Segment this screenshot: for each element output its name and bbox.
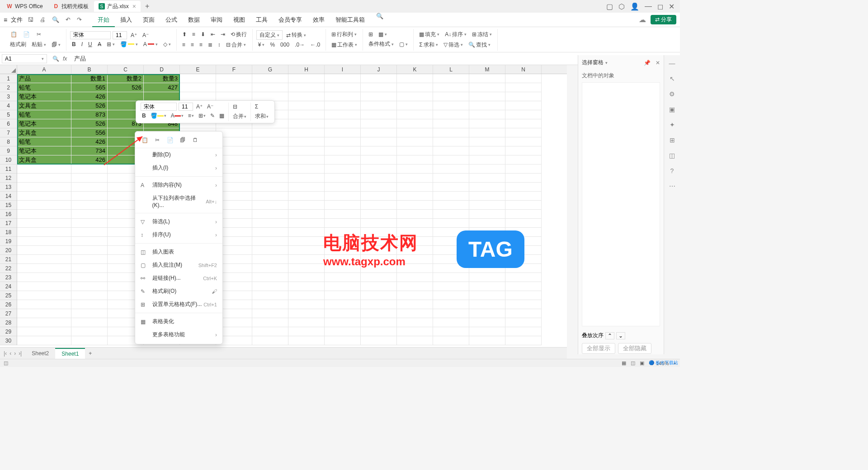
ctx-paste-special-icon[interactable]: 🗐 bbox=[179, 136, 187, 144]
cell[interactable] bbox=[71, 336, 108, 345]
cell[interactable] bbox=[469, 246, 505, 255]
cell[interactable] bbox=[288, 119, 325, 128]
col-header[interactable]: N bbox=[505, 65, 542, 74]
cell[interactable] bbox=[433, 137, 469, 146]
sheet-last-icon[interactable]: ›| bbox=[19, 350, 22, 357]
cell[interactable] bbox=[288, 101, 325, 110]
mini-font-select[interactable] bbox=[141, 103, 177, 111]
styles-button[interactable]: ▢▾ bbox=[397, 40, 410, 48]
mini-bold-button[interactable]: B bbox=[141, 112, 147, 120]
cell[interactable] bbox=[325, 164, 361, 174]
tab-smart[interactable]: 智能工具箱 bbox=[330, 13, 370, 27]
cell[interactable] bbox=[288, 92, 325, 101]
mini-size-select[interactable] bbox=[179, 103, 193, 111]
cell[interactable] bbox=[288, 291, 325, 300]
row-header[interactable]: 10 bbox=[0, 155, 17, 164]
row-header[interactable]: 6 bbox=[0, 119, 17, 128]
name-box[interactable]: A1 ▾ bbox=[2, 54, 47, 63]
cell[interactable] bbox=[433, 264, 469, 273]
mini-sum-label[interactable]: 求和▾ bbox=[254, 112, 270, 121]
effects-icon[interactable]: ✦ bbox=[670, 121, 675, 128]
cell[interactable] bbox=[469, 201, 505, 210]
cell[interactable] bbox=[144, 92, 180, 101]
cell[interactable]: 565 bbox=[71, 83, 108, 92]
cell[interactable] bbox=[252, 237, 288, 246]
ctx-menu-item[interactable]: ◫插入图表 bbox=[135, 245, 222, 258]
cell[interactable] bbox=[361, 146, 397, 155]
cell[interactable] bbox=[17, 291, 71, 300]
cell[interactable] bbox=[469, 128, 505, 137]
cell[interactable]: 铅笔 bbox=[17, 137, 71, 146]
mini-font-color-button[interactable]: A▾ bbox=[170, 112, 185, 120]
cell[interactable] bbox=[361, 164, 397, 174]
col-header[interactable]: A bbox=[17, 65, 71, 74]
cell[interactable] bbox=[505, 119, 542, 128]
cells-area[interactable]: 产品数量1数量2数量3铅笔565526427笔记本426文具盒526铅笔873笔… bbox=[17, 74, 542, 345]
tab-view[interactable]: 视图 bbox=[228, 13, 250, 27]
add-sheet-button[interactable]: + bbox=[85, 350, 95, 357]
cell[interactable] bbox=[325, 228, 361, 237]
cell[interactable] bbox=[71, 300, 108, 309]
cell[interactable] bbox=[397, 327, 433, 336]
row-header[interactable]: 13 bbox=[0, 183, 17, 192]
cell[interactable] bbox=[505, 237, 542, 246]
border-button[interactable]: ⊞▾ bbox=[105, 40, 117, 48]
cell[interactable] bbox=[252, 83, 288, 92]
chart-icon[interactable]: ◫ bbox=[669, 152, 675, 159]
cell[interactable] bbox=[288, 174, 325, 183]
cell[interactable] bbox=[505, 219, 542, 228]
cell[interactable] bbox=[288, 137, 325, 146]
cell[interactable] bbox=[469, 164, 505, 174]
cell[interactable] bbox=[505, 183, 542, 192]
cell[interactable] bbox=[505, 300, 542, 309]
cell[interactable]: 产品 bbox=[17, 74, 71, 83]
orientation-button[interactable]: ↕ bbox=[216, 41, 222, 49]
cell[interactable] bbox=[433, 237, 469, 246]
cell[interactable] bbox=[433, 336, 469, 345]
font-name-select[interactable] bbox=[70, 31, 111, 39]
cell[interactable] bbox=[288, 246, 325, 255]
cell[interactable] bbox=[505, 155, 542, 164]
mini-format-painter-button[interactable]: ✎ bbox=[209, 112, 216, 120]
view-layout-icon[interactable]: ◫ bbox=[631, 360, 635, 366]
col-header[interactable]: H bbox=[288, 65, 325, 74]
cell[interactable] bbox=[397, 318, 433, 327]
col-header[interactable]: L bbox=[433, 65, 469, 74]
cell[interactable] bbox=[361, 92, 397, 101]
cell[interactable] bbox=[433, 327, 469, 336]
cell[interactable] bbox=[397, 210, 433, 219]
cell[interactable] bbox=[433, 219, 469, 228]
fill-color-button[interactable]: 🪣▾ bbox=[118, 40, 140, 48]
cell[interactable]: 笔记本 bbox=[17, 119, 71, 128]
file-menu[interactable]: 文件 bbox=[11, 16, 23, 24]
row-header[interactable]: 3 bbox=[0, 92, 17, 101]
undo-icon[interactable]: ↶ bbox=[64, 16, 72, 23]
cell[interactable] bbox=[325, 74, 361, 83]
cell[interactable] bbox=[505, 192, 542, 201]
cell[interactable] bbox=[469, 273, 505, 282]
ctx-menu-item[interactable]: 删除(D)› bbox=[135, 148, 222, 161]
cell[interactable] bbox=[71, 228, 108, 237]
ctx-menu-item[interactable]: ▢插入批注(M)Shift+F2 bbox=[135, 258, 222, 272]
cell[interactable] bbox=[469, 237, 505, 246]
cell[interactable] bbox=[17, 336, 71, 345]
cell[interactable] bbox=[252, 174, 288, 183]
row-header[interactable]: 2 bbox=[0, 83, 17, 92]
select-icon[interactable]: ↖ bbox=[670, 75, 675, 82]
cell[interactable] bbox=[325, 155, 361, 164]
cell[interactable]: 笔记本 bbox=[17, 146, 71, 155]
redo-icon[interactable]: ↷ bbox=[75, 16, 83, 23]
row-header[interactable]: 19 bbox=[0, 237, 17, 246]
spreadsheet-grid[interactable]: A B C D E F G H I J K L M N 123456789101… bbox=[0, 65, 567, 354]
cell[interactable] bbox=[361, 201, 397, 210]
cell[interactable]: 526 bbox=[108, 83, 144, 92]
cell[interactable] bbox=[397, 83, 433, 92]
row-header[interactable]: 26 bbox=[0, 300, 17, 309]
cell[interactable] bbox=[71, 192, 108, 201]
cell[interactable] bbox=[397, 336, 433, 345]
cell[interactable] bbox=[397, 228, 433, 237]
cell[interactable] bbox=[325, 291, 361, 300]
cell[interactable] bbox=[505, 92, 542, 101]
cell[interactable] bbox=[325, 92, 361, 101]
ctx-menu-item[interactable]: ▦表格美化 bbox=[135, 315, 222, 328]
